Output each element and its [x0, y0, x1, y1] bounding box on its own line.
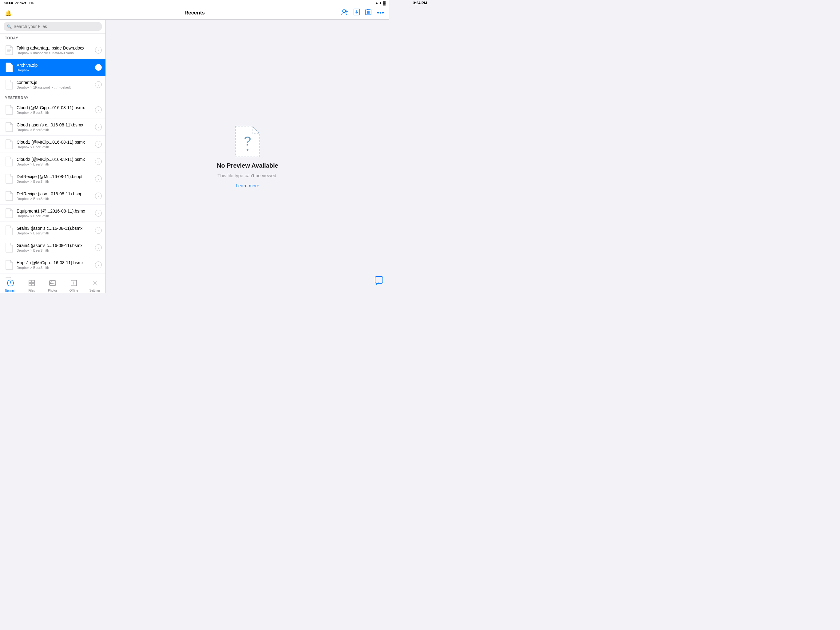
page-title: Recents: [185, 10, 205, 16]
svg-text:?: ?: [244, 134, 251, 148]
more-icon[interactable]: •••: [377, 9, 384, 16]
file-info: Cloud (jason's c...016-08-11).bsmx Dropb…: [17, 122, 92, 131]
file-chevron[interactable]: ∨: [95, 81, 102, 88]
file-path: Dropbox > 1Password > ... > default: [17, 85, 92, 89]
svg-rect-14: [8, 64, 10, 65]
file-info: Grain4 (jason's c...16-08-11).bsmx Dropb…: [17, 243, 92, 252]
search-bar: 🔍: [4, 22, 102, 31]
file-icon-generic: [5, 208, 14, 218]
file-info: Equipment1 (@...2016-08-11).bsmx Dropbox…: [17, 209, 92, 218]
file-name: DefRecipe (@Mr...16-08-11).bsopt: [17, 174, 92, 179]
file-icon-js: {}: [5, 79, 14, 90]
file-info: Taking advantag...pside Down.docx Dropbo…: [17, 46, 92, 55]
svg-point-0: [343, 9, 346, 13]
file-chevron[interactable]: ∨: [95, 210, 102, 217]
file-path: Dropbox > BeerSmith: [17, 162, 92, 166]
no-preview-title: No Preview Available: [217, 162, 278, 169]
list-item[interactable]: Grain3 (jason's c...16-08-11).bsmx Dropb…: [0, 222, 106, 239]
file-chevron[interactable]: ∨: [95, 193, 102, 199]
status-left: cricket LTE: [4, 1, 35, 5]
list-item[interactable]: DefRecipe (jaso...016-08-11).bsopt Dropb…: [0, 187, 106, 204]
tab-files[interactable]: Files: [21, 278, 43, 293]
file-path: Dropbox > BeerSmith: [17, 214, 92, 218]
tab-bar: Recents Files: [0, 278, 106, 293]
file-path-active: Dropbox: [17, 68, 92, 72]
svg-rect-19: [32, 280, 35, 283]
file-name: Grain4 (jason's c...16-08-11).bsmx: [17, 243, 92, 248]
tab-recents-label: Recents: [5, 289, 16, 293]
file-name: Grain3 (jason's c...16-08-11).bsmx: [17, 226, 92, 231]
no-preview-subtitle: This file type can't be viewed.: [217, 173, 277, 178]
file-chevron[interactable]: ∨: [95, 47, 102, 54]
file-path: Dropbox > BeerSmith: [17, 111, 92, 114]
search-input[interactable]: [14, 24, 99, 29]
svg-point-28: [246, 149, 248, 151]
list-item[interactable]: Grain4 (jason's c...16-08-11).bsmx Dropb…: [0, 239, 106, 256]
list-item[interactable]: Cloud1 (@MrCip...016-08-11).bsmx Dropbox…: [0, 136, 106, 153]
list-item[interactable]: Cloud (jason's c...016-08-11).bsmx Dropb…: [0, 119, 106, 136]
list-item[interactable]: Cloud (@MrCipp...016-08-11).bsmx Dropbox…: [0, 101, 106, 119]
tab-offline[interactable]: Offline: [63, 278, 85, 293]
list-item[interactable]: Hops2 (@MrCip...016-08-11).bsmx Dropbox …: [0, 274, 106, 278]
file-icon-zip: [5, 62, 14, 73]
file-path: Dropbox > BeerSmith: [17, 145, 92, 149]
svg-point-26: [94, 282, 96, 284]
search-icon: 🔍: [7, 24, 12, 29]
file-icon-generic: [5, 104, 14, 115]
content-area: 🔍 TODAY: [0, 20, 389, 293]
file-path: Dropbox > BeerSmith: [17, 249, 92, 252]
battery-icon: ▓: [383, 1, 385, 5]
bell-icon[interactable]: 🔔: [5, 9, 12, 16]
list-item[interactable]: DefRecipe (@Mr...16-08-11).bsopt Dropbox…: [0, 170, 106, 187]
list-item[interactable]: Equipment1 (@...2016-08-11).bsmx Dropbox…: [0, 204, 106, 222]
file-info: Cloud (@MrCipp...016-08-11).bsmx Dropbox…: [17, 105, 92, 114]
file-chevron[interactable]: ∨: [95, 227, 102, 234]
file-path: Dropbox > mashable > Insta360 Nano: [17, 51, 92, 55]
file-path: Dropbox > BeerSmith: [17, 266, 92, 269]
recents-icon: [7, 279, 14, 288]
list-item[interactable]: Taking advantag...pside Down.docx Dropbo…: [0, 41, 106, 59]
file-icon-doc: [5, 45, 14, 55]
file-chevron[interactable]: ∨: [95, 158, 102, 165]
svg-rect-15: [8, 65, 10, 65]
chat-icon[interactable]: [374, 276, 384, 288]
list-item-active[interactable]: Archive.zip Dropbox ✓: [0, 59, 106, 76]
download-icon[interactable]: [354, 9, 360, 17]
file-chevron[interactable]: ∨: [95, 261, 102, 268]
svg-rect-13: [8, 63, 10, 64]
status-bar: cricket LTE 3:24 PM ➤ ✦ ▓: [0, 0, 389, 6]
preview-file-icon: ?: [232, 125, 263, 158]
learn-more-link[interactable]: Learn more: [236, 183, 259, 188]
preview-area: ? No Preview Available This file type ca…: [106, 20, 389, 293]
file-chevron[interactable]: ∨: [95, 244, 102, 251]
tab-files-label: Files: [28, 289, 35, 292]
file-path: Dropbox > BeerSmith: [17, 231, 92, 235]
tab-photos[interactable]: Photos: [42, 278, 63, 293]
file-name: DefRecipe (jaso...016-08-11).bsopt: [17, 192, 92, 196]
file-info: Hops1 (@MrCipp...16-08-11).bsmx Dropbox …: [17, 260, 92, 269]
network-type: LTE: [28, 2, 34, 5]
sidebar: 🔍 TODAY: [0, 20, 106, 293]
location-icon: ➤: [376, 2, 378, 5]
file-path: Dropbox > BeerSmith: [17, 180, 92, 184]
file-chevron[interactable]: ∨: [95, 106, 102, 113]
list-item[interactable]: Hops1 (@MrCipp...16-08-11).bsmx Dropbox …: [0, 256, 106, 274]
svg-rect-29: [375, 277, 383, 283]
add-person-icon[interactable]: [341, 9, 348, 17]
file-icon-generic: [5, 156, 14, 167]
file-chevron[interactable]: ∨: [95, 175, 102, 182]
file-chevron[interactable]: ∨: [95, 123, 102, 130]
file-chevron-active[interactable]: ✓: [95, 64, 102, 71]
tab-recents[interactable]: Recents: [0, 278, 21, 293]
offline-icon: [70, 280, 77, 288]
file-info: DefRecipe (@Mr...16-08-11).bsopt Dropbox…: [17, 174, 92, 184]
file-chevron[interactable]: ∨: [95, 141, 102, 148]
search-container: 🔍: [0, 20, 106, 33]
tab-settings[interactable]: Settings: [84, 278, 106, 293]
list-item[interactable]: Cloud2 (@MrCip...016-08-11).bsmx Dropbox…: [0, 153, 106, 170]
delete-icon[interactable]: [365, 9, 371, 17]
list-item[interactable]: {} contents.js Dropbox > 1Password > ...…: [0, 76, 106, 93]
file-name: Hops1 (@MrCipp...16-08-11).bsmx: [17, 260, 92, 265]
file-icon-generic: [5, 225, 14, 236]
top-nav-left: 🔔: [5, 9, 12, 16]
